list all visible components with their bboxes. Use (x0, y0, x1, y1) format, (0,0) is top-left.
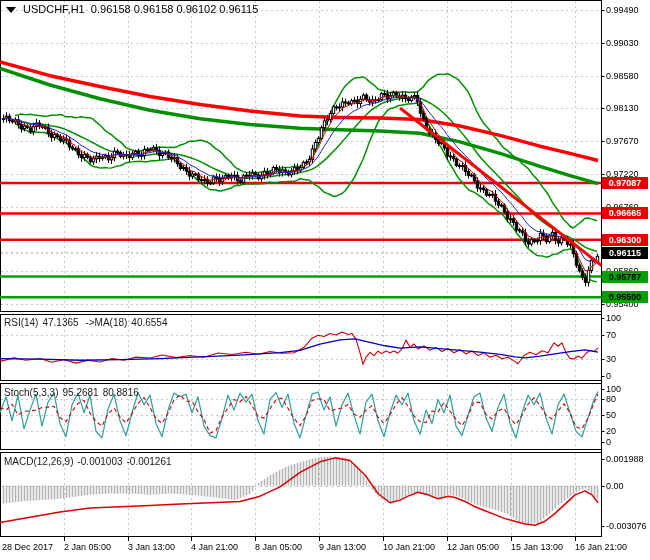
rsi-ma-value: 40.6554 (131, 317, 167, 328)
macd-value: -0.001003 (77, 456, 122, 467)
chart-title: USDCHF,H1 0.96158 0.96158 0.96102 0.9611… (6, 3, 258, 15)
rsi-indicator-name: RSI(14) (4, 317, 38, 328)
time-axis[interactable] (0, 537, 650, 560)
ohlc-values: 0.96158 0.96158 0.96102 0.96115 (91, 3, 258, 15)
rsi-ma-name: ->MA(18) (85, 317, 127, 328)
symbol-dropdown-icon[interactable] (6, 7, 16, 13)
stoch-value-d: 80.8816 (103, 387, 139, 398)
macd-indicator-name: MACD(12,26,9) (4, 456, 73, 467)
macd-signal-value: -0.001261 (127, 456, 172, 467)
price-axis[interactable] (602, 0, 650, 537)
rsi-panel-title: RSI(14)47.1365 ->MA(18)40.6554 (4, 317, 172, 328)
rsi-value: 47.1365 (42, 317, 78, 328)
stoch-panel-title: Stoch(5,3,3)95.268180.8816 (4, 387, 143, 398)
stoch-value-k: 95.2681 (62, 387, 98, 398)
chart-window: USDCHF,H1 0.96158 0.96158 0.96102 0.9611… (0, 0, 650, 560)
symbol-label: USDCHF,H1 (23, 3, 85, 15)
macd-panel-title: MACD(12,26,9)-0.001003-0.001261 (4, 456, 176, 467)
chart-canvas[interactable] (0, 0, 650, 560)
stoch-indicator-name: Stoch(5,3,3) (4, 387, 58, 398)
